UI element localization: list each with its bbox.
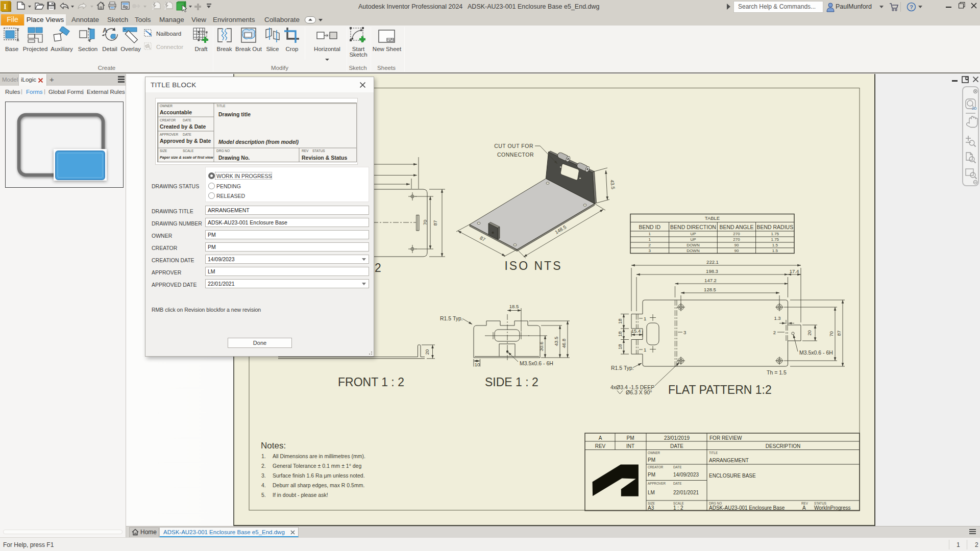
svg-text:UP: UP xyxy=(690,232,696,236)
svg-text:70: 70 xyxy=(828,331,834,337)
svg-text:18: 18 xyxy=(617,344,623,349)
svg-text:Model description (from model): Model description (from model) xyxy=(218,139,299,145)
svg-text:DOWN: DOWN xyxy=(687,248,700,253)
svg-text:DATE: DATE xyxy=(670,443,683,449)
svg-text:BEND ID: BEND ID xyxy=(639,224,661,230)
svg-text:198.3: 198.3 xyxy=(706,268,718,274)
svg-text:DRG NO: DRG NO xyxy=(709,502,722,505)
svg-text:23/01/2019: 23/01/2019 xyxy=(664,435,690,441)
svg-text:M3.5x0.6 - 6H: M3.5x0.6 - 6H xyxy=(520,360,553,366)
svg-text:UP: UP xyxy=(690,237,696,242)
svg-text:TABLE: TABLE xyxy=(705,215,720,221)
svg-text:All Dimensions are in millimet: All Dimensions are in millimetres (mm). xyxy=(273,453,365,459)
svg-text:18: 18 xyxy=(617,318,623,324)
svg-text:DRG NO: DRG NO xyxy=(216,149,230,153)
svg-text:70: 70 xyxy=(422,220,428,226)
svg-text:4.: 4. xyxy=(261,482,266,488)
svg-text:3: 3 xyxy=(683,330,686,335)
svg-text:Revision & Status: Revision & Status xyxy=(302,155,347,161)
svg-text:PM: PM xyxy=(648,472,655,478)
svg-text:DESCRIPTION: DESCRIPTION xyxy=(766,443,800,449)
svg-text:2D: 2D xyxy=(972,106,977,111)
svg-text:1: 1 xyxy=(644,347,646,353)
svg-text:1.3: 1.3 xyxy=(774,315,780,321)
svg-text:1.75: 1.75 xyxy=(771,237,779,242)
svg-text:SCALE: SCALE xyxy=(183,149,194,153)
svg-text:INT: INT xyxy=(626,443,634,449)
svg-text:18: 18 xyxy=(617,331,623,337)
svg-text:30.6: 30.6 xyxy=(538,342,544,352)
svg-text:20: 20 xyxy=(806,330,812,336)
svg-text:REV: REV xyxy=(302,149,309,153)
svg-text:APPROVER: APPROVER xyxy=(648,482,666,485)
svg-text:BEND ANGLE: BEND ANGLE xyxy=(719,224,753,230)
svg-text:Notes:: Notes: xyxy=(261,441,286,450)
svg-text:OWNER: OWNER xyxy=(648,451,660,455)
svg-text:Paper size & scale of first vi: Paper size & scale of first view xyxy=(160,155,213,160)
svg-text:147.2: 147.2 xyxy=(704,278,717,283)
svg-text:DOWN: DOWN xyxy=(687,243,700,247)
svg-text:A3: A3 xyxy=(648,505,654,511)
svg-text:ADSK-AU23-001 Enclosure Base: ADSK-AU23-001 Enclosure Base xyxy=(709,505,785,511)
svg-text:Surface finish 1.6 Ra µm unles: Surface finish 1.6 Ra µm unless noted. xyxy=(273,472,365,479)
svg-text:FOR REVIEW: FOR REVIEW xyxy=(709,435,742,441)
svg-text:LM: LM xyxy=(648,490,655,495)
svg-text:1.75: 1.75 xyxy=(771,232,779,236)
svg-text:90: 90 xyxy=(734,243,739,247)
svg-text:FRONT 1 : 2: FRONT 1 : 2 xyxy=(338,375,404,389)
svg-text:270: 270 xyxy=(733,237,740,242)
svg-text:1.5: 1.5 xyxy=(772,243,778,247)
svg-text:1.: 1. xyxy=(261,453,266,459)
svg-text:BEND DIRECTION: BEND DIRECTION xyxy=(670,224,716,230)
svg-text:22/01/2021: 22/01/2021 xyxy=(673,490,699,495)
svg-text:90: 90 xyxy=(734,248,739,253)
svg-text:3: 3 xyxy=(649,248,651,253)
svg-text:18.5: 18.5 xyxy=(509,304,519,309)
svg-text:STATUS: STATUS xyxy=(312,149,325,153)
svg-text:SIZE: SIZE xyxy=(648,502,655,505)
svg-text:46.8: 46.8 xyxy=(561,339,567,348)
svg-text:PM: PM xyxy=(648,457,655,463)
svg-text:1 : 2: 1 : 2 xyxy=(673,505,683,511)
svg-text:OWNER: OWNER xyxy=(160,104,173,108)
svg-text:BEND RADIUS: BEND RADIUS xyxy=(756,224,793,230)
svg-text:ISO NTS: ISO NTS xyxy=(504,259,562,272)
svg-text:128.5: 128.5 xyxy=(704,287,716,292)
svg-text:SIDE 1 : 2: SIDE 1 : 2 xyxy=(485,375,538,389)
svg-text:Accountable: Accountable xyxy=(160,109,192,115)
svg-text:?: ? xyxy=(910,4,913,10)
svg-text:DATE: DATE xyxy=(183,118,192,122)
svg-text:2.: 2. xyxy=(261,463,266,469)
svg-text:1.5: 1.5 xyxy=(772,248,778,253)
svg-text:1: 1 xyxy=(649,232,651,236)
svg-text:14/09/2023: 14/09/2023 xyxy=(673,472,699,478)
svg-text:20: 20 xyxy=(424,349,430,355)
svg-text:R1.5 Typ.: R1.5 Typ. xyxy=(611,365,634,371)
svg-text:DATE: DATE xyxy=(673,482,681,485)
svg-text:Approved by & Date: Approved by & Date xyxy=(160,138,211,144)
svg-text:3.: 3. xyxy=(261,472,266,479)
svg-text:Th = 1.5: Th = 1.5 xyxy=(767,369,787,375)
svg-text:87: 87 xyxy=(836,331,842,336)
svg-text:Ø6.3 X 90°: Ø6.3 X 90° xyxy=(626,389,652,395)
svg-text:REV: REV xyxy=(595,443,606,449)
svg-text:CUT OUT FOR: CUT OUT FOR xyxy=(494,143,533,149)
svg-text:CONNECTOR: CONNECTOR xyxy=(497,152,534,158)
svg-text:M3.5x0.6 - 6H: M3.5x0.6 - 6H xyxy=(799,349,833,356)
svg-text:2: 2 xyxy=(773,330,776,335)
svg-text:10: 10 xyxy=(475,362,480,367)
svg-text:TITLE: TITLE xyxy=(709,451,718,455)
svg-text:222.1: 222.1 xyxy=(706,259,719,265)
svg-text:General Tolerance ± 0.1 mm ±: General Tolerance ± 0.1 mm ± 1° deg xyxy=(273,463,361,469)
svg-text:87: 87 xyxy=(432,220,438,226)
svg-text:1: 1 xyxy=(649,237,651,242)
svg-text:15.4: 15.4 xyxy=(631,328,641,334)
svg-text:43.5: 43.5 xyxy=(553,337,559,346)
svg-text:REV: REV xyxy=(801,502,808,505)
svg-text:17.4: 17.4 xyxy=(790,268,799,274)
svg-text:43.5: 43.5 xyxy=(609,180,616,190)
svg-text:270: 270 xyxy=(733,232,740,236)
svg-text:1: 1 xyxy=(644,316,646,321)
svg-text:R1.5 Typ.: R1.5 Typ. xyxy=(440,315,463,321)
svg-text:APPROVER: APPROVER xyxy=(160,133,178,136)
